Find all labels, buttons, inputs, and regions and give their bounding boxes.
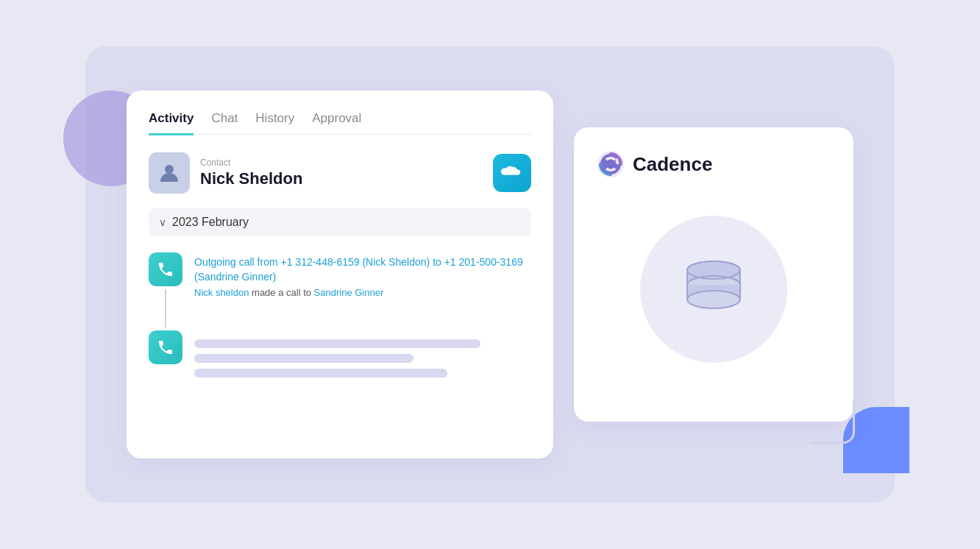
activity-item-1: Outgoing call from +1 312-448-6159 (Nick… bbox=[149, 252, 531, 330]
sandrine-link[interactable]: Sandrine Ginner bbox=[314, 287, 384, 298]
skeleton-bar-1 bbox=[194, 339, 480, 348]
database-icon bbox=[677, 258, 750, 320]
avatar bbox=[149, 152, 190, 194]
activity-list: Outgoing call from +1 312-448-6159 (Nick… bbox=[149, 252, 531, 378]
nick-link[interactable]: Nick sheldon bbox=[194, 287, 249, 298]
month-label: 2023 February bbox=[172, 216, 249, 229]
connector-line-1 bbox=[165, 289, 166, 327]
activity-icon-col-2 bbox=[149, 330, 182, 364]
activity-subtitle-mid: made a call to bbox=[249, 287, 313, 298]
activity-content-2 bbox=[194, 330, 531, 378]
salesforce-button[interactable] bbox=[493, 154, 531, 192]
month-section[interactable]: ∨ 2023 February bbox=[149, 208, 531, 236]
skeleton-bar-3 bbox=[194, 369, 447, 378]
svg-point-0 bbox=[165, 165, 174, 174]
card-connector bbox=[811, 400, 855, 444]
activity-subtitle-1: Nick sheldon made a call to Sandrine Gin… bbox=[194, 287, 531, 298]
call-icon-box-1 bbox=[149, 252, 182, 286]
activity-icon-col-1 bbox=[149, 252, 182, 330]
database-svg bbox=[677, 258, 750, 317]
contact-text: Contact Nick Sheldon bbox=[200, 157, 302, 188]
phone-icon-2 bbox=[157, 339, 174, 356]
cadence-logo: Cadence bbox=[596, 149, 712, 179]
tab-history[interactable]: History bbox=[255, 111, 294, 135]
cadence-card: Cadence bbox=[574, 127, 853, 422]
skeleton-bar-2 bbox=[194, 354, 413, 363]
contact-type-label: Contact bbox=[200, 157, 302, 168]
phone-icon-1 bbox=[157, 261, 174, 278]
activity-title-1: Outgoing call from +1 312-448-6159 (Nick… bbox=[194, 255, 531, 284]
activity-card: Activity Chat History Approval Contact N… bbox=[127, 91, 553, 458]
call-icon-box-2 bbox=[149, 330, 182, 364]
activity-content-1: Outgoing call from +1 312-448-6159 (Nick… bbox=[194, 252, 531, 298]
contact-name: Nick Sheldon bbox=[200, 169, 302, 188]
tab-chat[interactable]: Chat bbox=[211, 111, 238, 135]
tab-bar: Activity Chat History Approval bbox=[149, 111, 531, 135]
tab-approval[interactable]: Approval bbox=[312, 111, 361, 135]
skeleton-bars bbox=[194, 333, 531, 378]
activity-item-2 bbox=[149, 330, 531, 378]
chevron-down-icon: ∨ bbox=[159, 216, 166, 228]
database-circle bbox=[640, 216, 787, 363]
contact-section: Contact Nick Sheldon bbox=[149, 152, 531, 194]
background-container: Activity Chat History Approval Contact N… bbox=[85, 46, 895, 503]
salesforce-icon bbox=[501, 162, 523, 184]
contact-info: Contact Nick Sheldon bbox=[149, 152, 302, 194]
cadence-brand-name: Cadence bbox=[633, 153, 712, 176]
cadence-brand-icon bbox=[596, 149, 625, 179]
svg-point-7 bbox=[687, 291, 740, 308]
tab-activity[interactable]: Activity bbox=[149, 111, 193, 135]
person-icon bbox=[157, 161, 181, 185]
